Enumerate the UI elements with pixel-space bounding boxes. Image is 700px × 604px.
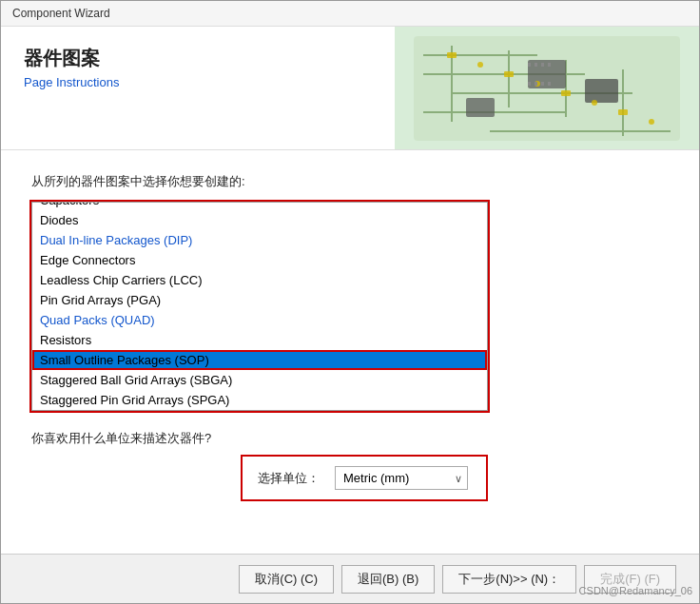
svg-rect-16 — [585, 79, 618, 103]
select-wrapper: Metric (mm)Imperial (mil) — [335, 466, 468, 490]
unit-control-box: 选择单位： Metric (mm)Imperial (mil) — [241, 455, 488, 501]
next-button[interactable]: 下一步(N)>> (N)： — [442, 565, 576, 594]
list-item[interactable]: Edge Connectors — [32, 250, 487, 270]
page-subtitle: Page Instructions — [24, 75, 372, 89]
svg-rect-25 — [548, 63, 551, 67]
svg-rect-11 — [447, 52, 457, 58]
svg-point-20 — [592, 100, 597, 106]
list-item[interactable]: Staggered Pin Grid Arrays (SPGA) — [32, 390, 487, 410]
list-item[interactable]: Staggered Ball Grid Arrays (SBGA) — [32, 370, 487, 390]
list-item[interactable]: Small Outline Packages (SOP) — [32, 350, 487, 370]
list-item[interactable]: Capacitors — [32, 202, 487, 210]
page-title-cn: 器件图案 — [24, 46, 372, 71]
instruction-label: 从所列的器件图案中选择你想要创建的: — [31, 173, 669, 190]
svg-point-18 — [477, 62, 483, 68]
unit-label: 选择单位： — [258, 470, 320, 487]
unit-question: 你喜欢用什么单位来描述次器件? — [31, 430, 669, 447]
unit-control-wrapper: 选择单位： Metric (mm)Imperial (mil) — [31, 455, 488, 501]
header-image — [395, 27, 699, 149]
svg-rect-22 — [528, 63, 531, 67]
header-section: 器件图案 Page Instructions — [1, 27, 699, 150]
window-title: Component Wizard — [12, 7, 110, 20]
svg-rect-12 — [504, 71, 514, 77]
title-bar: Component Wizard — [1, 1, 699, 27]
list-item[interactable]: Quad Packs (QUAD) — [32, 310, 487, 330]
svg-rect-15 — [528, 60, 566, 88]
list-item[interactable]: Pin Grid Arrays (PGA) — [32, 290, 487, 310]
svg-rect-24 — [541, 63, 544, 67]
unit-select[interactable]: Metric (mm)Imperial (mil) — [335, 466, 468, 490]
svg-rect-27 — [535, 82, 537, 86]
list-item[interactable]: Leadless Chip Carriers (LCC) — [32, 270, 487, 290]
finish-button[interactable]: 完成(F) (F) — [584, 565, 676, 594]
pattern-list[interactable]: Ball Grid Arrays (BGA)CapacitorsDiodesDu… — [31, 202, 488, 411]
svg-rect-13 — [561, 90, 571, 96]
cancel-button[interactable]: 取消(C) (C) — [239, 565, 334, 594]
back-button[interactable]: 退回(B) (B) — [341, 565, 435, 594]
svg-rect-14 — [618, 109, 628, 115]
list-highlight-wrapper: Ball Grid Arrays (BGA)CapacitorsDiodesDu… — [31, 202, 488, 411]
list-item[interactable]: Dual In-line Packages (DIP) — [32, 230, 487, 250]
unit-section: 你喜欢用什么单位来描述次器件? 选择单位： Metric (mm)Imperia… — [31, 430, 669, 501]
svg-rect-23 — [535, 63, 537, 67]
pcb-illustration — [395, 27, 699, 149]
footer: 取消(C) (C) 退回(B) (B) 下一步(N)>> (N)： 完成(F) … — [1, 554, 699, 603]
svg-rect-28 — [541, 82, 544, 86]
list-item[interactable]: Resistors — [32, 330, 487, 350]
svg-rect-17 — [466, 98, 495, 117]
svg-rect-29 — [548, 82, 551, 86]
component-wizard-window: Component Wizard 器件图案 Page Instructions — [0, 0, 700, 604]
content-area: 从所列的器件图案中选择你想要创建的: Ball Grid Arrays (BGA… — [1, 150, 699, 554]
list-item[interactable]: Diodes — [32, 210, 487, 230]
header-text-area: 器件图案 Page Instructions — [1, 27, 395, 149]
svg-point-21 — [649, 119, 654, 125]
svg-rect-26 — [528, 82, 531, 86]
